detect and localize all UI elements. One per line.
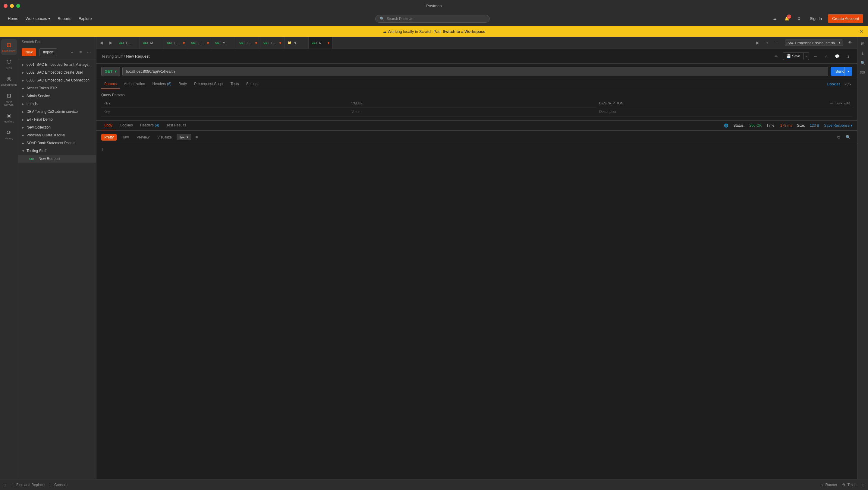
view-raw-btn[interactable]: Raw bbox=[119, 134, 132, 141]
format-selector[interactable]: Text ▾ bbox=[177, 134, 191, 140]
tab-6[interactable]: GET E... bbox=[236, 37, 260, 49]
collection-item-8[interactable]: ▶ E4 - Final Demo bbox=[18, 116, 96, 123]
tab-next-btn[interactable]: ▶ bbox=[753, 37, 763, 49]
resp-tab-body[interactable]: Body bbox=[101, 121, 116, 131]
toggle-sidebar-btn[interactable]: ⊞ bbox=[4, 483, 7, 487]
settings-btn[interactable]: ⚙ bbox=[794, 14, 804, 24]
sidebar-item-mock-servers[interactable]: ⊡ Mock Servers bbox=[1, 90, 17, 109]
search-btn[interactable]: 🔍 bbox=[844, 133, 852, 142]
copy-btn[interactable]: ⧉ bbox=[834, 133, 843, 142]
req-tab-pre-request[interactable]: Pre-request Script bbox=[191, 79, 226, 89]
tab-active[interactable]: GET N bbox=[309, 37, 333, 49]
req-tab-tests[interactable]: Tests bbox=[227, 79, 242, 89]
collection-item-11[interactable]: ▶ SOAP Bank Statement Post In bbox=[18, 139, 96, 147]
filter-btn[interactable]: ≡ bbox=[77, 49, 84, 56]
tab-1[interactable]: GET L... bbox=[116, 37, 140, 49]
view-visualize-btn[interactable]: Visualize bbox=[154, 134, 175, 141]
resp-tab-headers[interactable]: Headers (4) bbox=[137, 121, 162, 131]
env-selector[interactable]: SAC Embedded Service Templa... ▾ bbox=[785, 39, 843, 46]
import-button[interactable]: Import bbox=[39, 48, 57, 56]
new-button[interactable]: New bbox=[22, 48, 36, 56]
banner-link[interactable]: Switch to a Workspace bbox=[443, 29, 485, 34]
collection-item-7[interactable]: ▶ DEV Testing Co2-admin-service bbox=[18, 108, 96, 116]
nav-workspaces[interactable]: Workspaces ▾ bbox=[23, 15, 53, 23]
collection-item-12[interactable]: ▼ Testing Stuff bbox=[18, 147, 96, 155]
url-input[interactable] bbox=[122, 67, 828, 76]
resp-tab-cookies[interactable]: Cookies bbox=[117, 121, 135, 131]
close-button[interactable] bbox=[4, 4, 7, 8]
tab-back-btn[interactable]: ◀ bbox=[96, 37, 106, 49]
sidebar-item-environments[interactable]: ◎ Environments bbox=[1, 73, 17, 89]
view-preview-btn[interactable]: Preview bbox=[133, 134, 153, 141]
tab-add-btn[interactable]: + bbox=[763, 37, 772, 49]
method-selector[interactable]: GET ▾ bbox=[101, 67, 120, 76]
desc-input[interactable] bbox=[599, 110, 850, 114]
tab-more-btn[interactable]: ··· bbox=[772, 37, 782, 49]
value-input[interactable] bbox=[351, 110, 594, 114]
maximize-button[interactable] bbox=[16, 4, 20, 8]
collection-item-1[interactable]: ▶ 0001. SAC Embedded Tenant Manage... bbox=[18, 61, 96, 68]
req-tab-settings[interactable]: Settings bbox=[243, 79, 262, 89]
tab-7[interactable]: GET E... bbox=[260, 37, 284, 49]
collection-item-6[interactable]: ▶ bb-ads bbox=[18, 100, 96, 108]
find-replace-btn[interactable]: ⊟ Find and Replace bbox=[11, 483, 44, 487]
banner-close-button[interactable]: ✕ bbox=[859, 29, 863, 34]
more-icon[interactable]: ··· bbox=[830, 102, 833, 105]
save-response-btn[interactable]: Save Response ▾ bbox=[824, 123, 852, 127]
req-tab-body[interactable]: Body bbox=[176, 79, 190, 89]
console-btn[interactable]: ⊡ Console bbox=[50, 483, 67, 487]
tab-5[interactable]: GET M bbox=[212, 37, 236, 49]
cookies-link[interactable]: Cookies bbox=[827, 82, 840, 86]
trash-btn[interactable]: 🗑 Trash bbox=[842, 483, 857, 487]
tab-forward-btn[interactable]: ▶ bbox=[106, 37, 116, 49]
save-btn-main[interactable]: 💾 Send Save bbox=[783, 53, 803, 60]
edit-btn[interactable]: ✏ bbox=[772, 52, 781, 60]
tab-4[interactable]: GET E... bbox=[188, 37, 212, 49]
eye-icon-btn[interactable]: 👁 bbox=[846, 39, 854, 47]
add-collection-btn[interactable]: + bbox=[68, 49, 76, 56]
right-panel-info-btn[interactable]: ℹ bbox=[859, 49, 867, 57]
nav-reports[interactable]: Reports bbox=[55, 15, 74, 23]
view-pretty-btn[interactable]: Pretty bbox=[101, 134, 117, 141]
layout-btn[interactable]: ⊞ bbox=[861, 483, 864, 487]
sidebar-item-collections[interactable]: ⊞ Collections bbox=[1, 39, 17, 55]
sign-in-button[interactable]: Sign In bbox=[806, 15, 826, 23]
nav-explore[interactable]: Explore bbox=[76, 15, 95, 23]
minimize-button[interactable] bbox=[10, 4, 14, 8]
resp-tab-test-results[interactable]: Test Results bbox=[163, 121, 189, 131]
fork-btn[interactable]: ⑃ bbox=[822, 52, 831, 60]
send-button[interactable]: Send bbox=[831, 67, 844, 76]
right-panel-search-btn[interactable]: 🔍 bbox=[859, 59, 867, 67]
tab-folder[interactable]: 📁 N... bbox=[284, 37, 309, 49]
more-btn[interactable]: ··· bbox=[811, 52, 820, 60]
collection-item-5[interactable]: ▶ Admin Service bbox=[18, 92, 96, 100]
sidebar-item-history[interactable]: ⟳ History bbox=[1, 127, 17, 142]
right-panel-collections-btn[interactable]: ⊞ bbox=[859, 39, 867, 48]
create-account-button[interactable]: Create Account bbox=[828, 14, 863, 23]
tab-3[interactable]: GET E... bbox=[164, 37, 188, 49]
req-tab-authorization[interactable]: Authorization bbox=[121, 79, 148, 89]
bulk-edit-btn[interactable]: Bulk Edit bbox=[835, 102, 850, 105]
right-panel-keyboard-btn[interactable]: ⌨ bbox=[859, 68, 867, 77]
save-dropdown-btn[interactable]: ▾ bbox=[803, 53, 809, 59]
comments-btn[interactable]: 💬 bbox=[833, 52, 841, 60]
collection-item-10[interactable]: ▶ Postman OData Tutorial bbox=[18, 131, 96, 139]
runner-btn[interactable]: ▷ Runner bbox=[821, 483, 837, 487]
search-box[interactable]: 🔍 Search Postman bbox=[375, 15, 490, 23]
key-input[interactable] bbox=[104, 110, 347, 114]
sidebar-item-monitors[interactable]: ◉ Monitors bbox=[1, 110, 17, 125]
sub-item-new-request[interactable]: GET New Request bbox=[18, 155, 96, 163]
nav-home[interactable]: Home bbox=[5, 15, 22, 23]
send-dropdown-btn[interactable]: ▾ bbox=[844, 67, 852, 76]
info-btn[interactable]: ℹ bbox=[844, 52, 852, 60]
sidebar-item-apis[interactable]: ⬡ APIs bbox=[1, 56, 17, 72]
collection-item-3[interactable]: ▶ 0003. SAC Embedded Live Connection bbox=[18, 76, 96, 84]
wrap-btn[interactable]: ≡ bbox=[193, 134, 200, 141]
cloud-icon-btn[interactable]: ☁ bbox=[770, 14, 780, 24]
notification-btn[interactable]: 🔔 1 bbox=[782, 14, 792, 24]
tab-2[interactable]: GET M bbox=[140, 37, 164, 49]
collection-item-9[interactable]: ▶ New Collection bbox=[18, 123, 96, 131]
more-options-btn[interactable]: ··· bbox=[85, 49, 93, 56]
code-snippet-btn[interactable]: </> bbox=[844, 80, 852, 88]
req-tab-params[interactable]: Params bbox=[101, 79, 120, 89]
